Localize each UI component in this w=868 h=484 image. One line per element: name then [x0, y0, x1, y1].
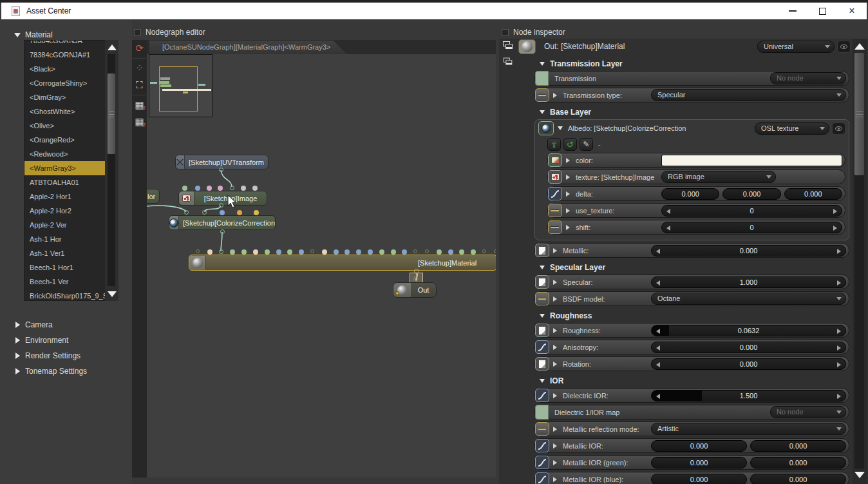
enum-dropdown[interactable]: Artistic [651, 423, 846, 435]
material-list-item[interactable]: <GhostWhite> [24, 104, 118, 119]
material-input-port[interactable] [196, 249, 200, 253]
material-input-port[interactable] [368, 249, 373, 255]
material-input-port[interactable] [310, 249, 314, 253]
node-out[interactable]: Out [393, 282, 437, 298]
expand-arrow-icon[interactable] [566, 208, 570, 213]
material-list-item[interactable]: <OrangeRed> [24, 133, 118, 147]
material-section-header[interactable]: Material [14, 30, 53, 39]
material-input-port[interactable] [437, 249, 442, 255]
increment-arrow-icon[interactable] [837, 329, 841, 334]
image-input-port[interactable] [182, 186, 187, 191]
image-input-port[interactable] [195, 186, 200, 191]
nodegraph-canvas[interactable]: ⤫ [Sketchup]UVTransform lor [Sketchup]Im… [147, 54, 496, 478]
material-input-port[interactable] [391, 249, 396, 255]
value-slider[interactable]: 0.000 [651, 245, 846, 257]
scroll-up-icon[interactable] [105, 41, 118, 53]
sidebar-section-tonemap-settings[interactable]: Tonemap Settings [15, 363, 87, 379]
expand-arrow-icon[interactable] [553, 443, 557, 449]
increment-arrow-icon[interactable] [837, 249, 841, 254]
nodegraph-minimap[interactable] [149, 54, 212, 117]
scroll-up-icon[interactable] [853, 41, 867, 52]
fit-view-icon[interactable]: ⟳ [132, 40, 147, 57]
sidebar-section-environment[interactable]: Environment [15, 333, 87, 348]
center-selection-icon[interactable]: ⛶ [132, 77, 147, 93]
node-slot-swatch[interactable] [535, 71, 549, 86]
inspector-scrollbar[interactable] [853, 39, 867, 484]
material-list-item[interactable]: 78384cGORNJA [24, 40, 118, 48]
scrollbar-thumb[interactable] [108, 73, 115, 154]
image-input-port[interactable] [207, 186, 212, 191]
sidebar-section-render-settings[interactable]: Render Settings [15, 348, 87, 363]
number-field[interactable]: 0.000 [651, 457, 747, 469]
increment-arrow-icon[interactable] [833, 209, 837, 214]
expand-arrow-icon[interactable] [553, 296, 557, 302]
maximize-button[interactable] [807, 3, 837, 19]
minimize-button[interactable] [778, 3, 807, 19]
expand-arrow-icon[interactable] [553, 345, 557, 350]
inspector-dock-checkbox[interactable] [502, 29, 509, 36]
material-list-scrollbar[interactable] [105, 40, 118, 301]
show-grid-icon[interactable]: ▦↺ [132, 113, 147, 130]
expand-arrow-icon[interactable] [553, 477, 557, 482]
layout-panel-icon[interactable] [504, 58, 513, 65]
increment-arrow-icon[interactable] [837, 362, 841, 367]
enum-dropdown[interactable]: RGB image [661, 171, 776, 183]
node-slot-dropdown[interactable]: No node [770, 406, 846, 418]
image-input-port[interactable] [252, 186, 258, 191]
expand-arrow-icon[interactable] [566, 158, 570, 163]
image-output-port[interactable] [219, 203, 223, 208]
increment-arrow-icon[interactable] [833, 226, 837, 231]
image-input-port[interactable] [241, 186, 246, 191]
material-input-port[interactable] [379, 249, 384, 255]
snap-to-grid-icon[interactable]: ▦↺ [132, 97, 147, 113]
material-list-item[interactable]: <Redwood> [24, 147, 118, 161]
material-input-port[interactable] [425, 249, 429, 253]
number-field[interactable]: 0.000 [750, 474, 846, 484]
material-list-item[interactable]: <DimGray> [24, 90, 118, 104]
number-field[interactable]: 0.000 [750, 440, 846, 452]
close-button[interactable]: × [837, 3, 867, 19]
material-list-item[interactable]: 78384cGORNJA#1 [24, 48, 118, 62]
number-field[interactable]: 0.000 [750, 457, 846, 469]
value-slider[interactable]: 1.000 [651, 276, 846, 288]
value-slider[interactable]: 0.000 [651, 358, 846, 370]
material-input-port[interactable] [448, 249, 453, 255]
node-slot-swatch[interactable] [535, 405, 549, 420]
material-list-item[interactable]: <WarmGray3> [24, 161, 106, 175]
increment-arrow-icon[interactable] [837, 345, 841, 351]
material-list-item[interactable]: Apple-2 Ver [24, 218, 118, 232]
reload-icon[interactable]: ↺ [563, 138, 577, 151]
material-list-item[interactable]: <CorrogateShiny> [24, 76, 118, 90]
scroll-down-icon[interactable] [105, 288, 118, 300]
edit-icon[interactable]: ✎ [580, 138, 593, 151]
value-slider[interactable]: 0 [661, 222, 842, 233]
upload-icon[interactable]: ⇪ [547, 138, 561, 151]
material-input-port[interactable] [482, 249, 486, 253]
number-field[interactable]: 0.000 [784, 188, 842, 200]
value-slider[interactable]: 1.500 [651, 390, 846, 402]
section-base-layer[interactable]: Base Layer [540, 107, 849, 117]
material-input-port[interactable] [207, 249, 212, 255]
material-list-item[interactable]: <Olive> [24, 119, 118, 133]
material-list-item[interactable]: ATBTOALHA01 [24, 175, 118, 189]
material-list-item[interactable]: Ash-1 Ver1 [24, 246, 118, 260]
value-slider[interactable]: 0.000 [651, 342, 846, 353]
expand-arrow-icon[interactable] [566, 225, 570, 230]
material-input-port[interactable] [322, 249, 327, 255]
colorize-input-port[interactable] [237, 210, 242, 215]
material-input-port[interactable] [276, 249, 281, 255]
expand-arrow-icon[interactable] [553, 248, 557, 253]
material-list-item[interactable]: Beech-1 Ver [24, 275, 118, 289]
number-field[interactable]: 0.000 [651, 440, 747, 452]
expand-arrow-icon[interactable] [566, 175, 570, 180]
node-slot-dropdown[interactable]: No node [770, 72, 846, 84]
colorize-input-port[interactable] [202, 210, 207, 215]
increment-arrow-icon[interactable] [837, 394, 841, 399]
colorize-input-port[interactable] [254, 210, 259, 215]
material-list-item[interactable]: <Black> [24, 62, 118, 76]
image-input-port[interactable] [218, 186, 223, 191]
value-slider[interactable]: 0 [661, 205, 842, 217]
expand-arrow-icon[interactable] [566, 191, 570, 197]
section-specular-layer[interactable]: Specular Layer [540, 262, 849, 272]
node-colorize-correction[interactable]: [Sketchup[ColorizeCorrection [169, 215, 276, 230]
